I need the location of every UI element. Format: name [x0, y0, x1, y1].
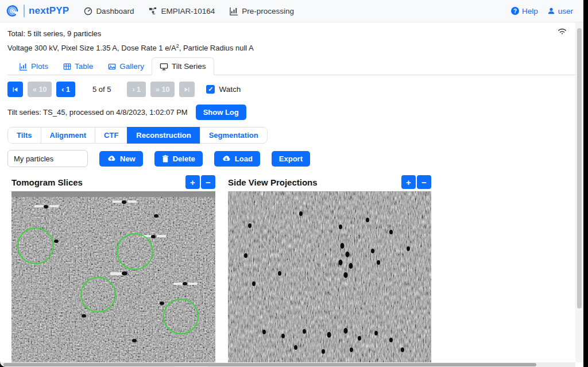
tilt-series-row: Tilt series: TS_45, processed on 4/8/202…: [7, 105, 583, 120]
back-1-button[interactable]: ‹ 1: [56, 82, 75, 97]
summary-totals: Total: 5 tilt series, 9 particles: [7, 29, 583, 38]
delete-button-label: Delete: [173, 154, 195, 163]
panels: Tomogram Slices + −: [11, 175, 583, 367]
vertical-scrollbar[interactable]: [575, 22, 583, 362]
table-icon: [63, 63, 71, 71]
preprocessing-icon: [230, 7, 238, 16]
side-view-panel: Side View Projections + −: [228, 175, 431, 367]
side-view-panel-header: Side View Projections + −: [228, 175, 431, 190]
user-label: user: [558, 7, 573, 16]
help-link[interactable]: ? Help: [511, 7, 538, 16]
nav-project-empiar-10164[interactable]: EMPIAR-10164: [149, 7, 215, 16]
help-icon: ?: [511, 7, 519, 15]
last-page-button[interactable]: [179, 82, 195, 97]
brand-name: nextPYP: [29, 5, 69, 17]
first-page-button[interactable]: [7, 82, 23, 97]
brand-divider: [24, 5, 25, 17]
summary-params: Voltage 300 kV, Pixel Size 1.35 A, Dose …: [7, 43, 583, 52]
gallery-icon: [108, 63, 116, 71]
tomogram-zoom-controls: + −: [185, 175, 215, 189]
section-tabs: Tilts Alignment CTF Reconstruction Segme…: [7, 127, 268, 144]
tab-table-label: Table: [75, 62, 93, 71]
side-view-zoom-out-button[interactable]: −: [417, 175, 431, 189]
connection-status-icon: [557, 27, 567, 37]
side-view-title: Side View Projections: [228, 177, 318, 187]
tomogram-image[interactable]: 1000 A: [11, 191, 215, 367]
particles-toolbar: New Delete Load: [7, 150, 583, 167]
tab-gallery-label: Gallery: [119, 62, 144, 71]
tab-plots[interactable]: Plots: [12, 58, 56, 75]
forward-10-button[interactable]: » 10: [150, 82, 175, 97]
summary-params-prefix: Voltage 300 kV, Pixel Size 1.35 A, Dose …: [7, 44, 176, 52]
top-nav-links: Dashboard EMPIAR-10164 P: [84, 7, 294, 16]
tomogram-panel-header: Tomogram Slices + −: [11, 175, 215, 190]
tab-gallery[interactable]: Gallery: [100, 58, 152, 75]
side-view-zoom-controls: + −: [401, 175, 431, 189]
load-button-label: Load: [235, 154, 253, 163]
tomogram-title: Tomogram Slices: [11, 177, 83, 187]
dashboard-icon: [84, 7, 92, 16]
tab-table[interactable]: Table: [56, 58, 100, 75]
nav-preprocessing[interactable]: Pre-processing: [230, 7, 294, 16]
nav-dashboard[interactable]: Dashboard: [84, 7, 134, 16]
top-navbar: nextPYP Dashboard EMPIAR-10164: [0, 0, 583, 22]
delete-button[interactable]: Delete: [154, 151, 203, 167]
particle-circle[interactable]: [17, 227, 54, 264]
watch-toggle[interactable]: ✓ Watch: [206, 85, 241, 94]
forward-1-button[interactable]: › 1: [127, 82, 146, 97]
view-tabs: Plots Table: [7, 57, 583, 75]
topbar-right: ? Help user: [511, 7, 573, 16]
tomogram-zoom-in-button[interactable]: +: [185, 175, 200, 189]
show-log-button[interactable]: Show Log: [196, 105, 246, 120]
pagination-controls: « 10 ‹ 1 5 of 5 › 1 » 10 ✓ Watch: [7, 82, 583, 97]
tab-tilt-series-label: Tilt Series: [172, 62, 206, 71]
cloud-download-icon: [222, 155, 231, 162]
watch-label: Watch: [219, 85, 241, 94]
nav-project-label: EMPIAR-10164: [161, 7, 215, 16]
tilt-series-info: Tilt series: TS_45, processed on 4/8/202…: [7, 108, 188, 117]
export-button[interactable]: Export: [272, 151, 310, 167]
tab-tilt-series[interactable]: Tilt Series: [152, 57, 214, 75]
plots-icon: [20, 63, 28, 71]
particles-list-input[interactable]: [7, 150, 88, 167]
tab-alignment[interactable]: Alignment: [41, 127, 96, 144]
particle-circle[interactable]: [117, 233, 153, 270]
brand[interactable]: nextPYP: [6, 4, 69, 18]
tomogram-panel: Tomogram Slices + −: [11, 175, 215, 367]
nextpyp-logo-icon: [6, 4, 20, 18]
screen: { "topbar": { "brand": "nextPYP", "nav":…: [0, 0, 588, 367]
tomogram-fiducials: [11, 191, 215, 367]
trash-icon: [162, 155, 169, 163]
watch-checkbox[interactable]: ✓: [206, 85, 215, 94]
cloud-upload-icon: [107, 155, 116, 162]
export-button-label: Export: [279, 154, 303, 163]
tab-segmentation[interactable]: Segmentation: [200, 127, 268, 144]
tab-reconstruction[interactable]: Reconstruction: [127, 127, 200, 144]
load-button[interactable]: Load: [214, 151, 260, 167]
side-view-zoom-in-button[interactable]: +: [401, 175, 416, 189]
main-content: Total: 5 tilt series, 9 particles Voltag…: [0, 22, 583, 367]
particle-circle[interactable]: [163, 299, 199, 334]
tomogram-zoom-out-button[interactable]: −: [201, 175, 215, 189]
side-view-fiducials: [228, 191, 431, 367]
tomogram-top-border: [11, 191, 215, 197]
summary-params-suffix: , Particle Radius null A: [179, 44, 254, 52]
user-icon: [547, 7, 555, 15]
particle-circle[interactable]: [80, 277, 116, 312]
page-status: 5 of 5: [92, 85, 111, 94]
project-icon: [149, 7, 157, 16]
user-menu[interactable]: user: [547, 7, 573, 16]
tab-tilts[interactable]: Tilts: [7, 127, 41, 144]
nav-preprocessing-label: Pre-processing: [242, 7, 294, 16]
nav-dashboard-label: Dashboard: [96, 7, 134, 16]
vertical-scrollbar-thumb[interactable]: [577, 28, 582, 308]
back-10-button[interactable]: « 10: [28, 82, 52, 97]
tilt-series-icon: [160, 63, 168, 71]
side-view-image[interactable]: [228, 191, 431, 367]
app-window: nextPYP Dashboard EMPIAR-10164: [0, 0, 583, 367]
tab-ctf[interactable]: CTF: [95, 127, 127, 144]
new-button-label: New: [120, 154, 136, 163]
help-label: Help: [522, 7, 538, 16]
tab-plots-label: Plots: [31, 62, 48, 71]
new-button[interactable]: New: [99, 151, 143, 167]
